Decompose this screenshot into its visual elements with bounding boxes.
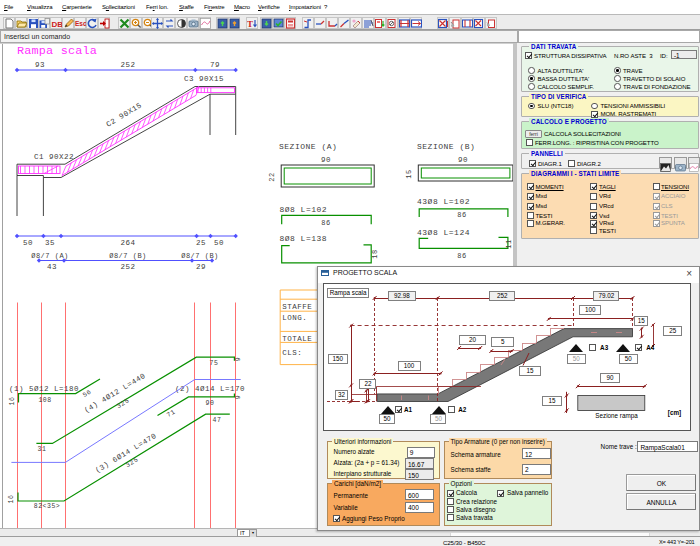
svg-text:SEZIONE (A): SEZIONE (A) [279,142,337,151]
svg-text:50: 50 [214,239,224,247]
svg-text:15: 15 [405,169,413,178]
svg-text:35: 35 [45,239,55,247]
svg-text:16: 16 [8,495,15,504]
svg-text:56: 56 [82,388,93,399]
svg-text:86: 86 [457,252,466,260]
svg-text:C1 90X22: C1 90X22 [34,153,74,161]
svg-text:75: 75 [210,360,219,367]
svg-text:Ø8/7 (A): Ø8/7 (A) [31,252,69,260]
svg-text:264: 264 [120,239,135,247]
svg-text:252: 252 [120,263,135,271]
svg-text:(1) 5Ø12 L=180: (1) 5Ø12 L=180 [9,385,79,393]
svg-text:25: 25 [196,239,206,247]
svg-text:325: 325 [125,456,140,469]
svg-text:C2 90X15: C2 90X15 [105,101,143,128]
svg-text:47: 47 [213,417,222,424]
svg-text:(4) 4Ø12 L=440: (4) 4Ø12 L=440 [83,372,147,415]
svg-text:22: 22 [268,172,276,181]
svg-text:50: 50 [23,239,33,247]
svg-text:TOTALE: TOTALE [282,335,312,343]
svg-text:252: 252 [120,61,135,69]
svg-text:Ø8/7 (B): Ø8/7 (B) [109,252,147,260]
svg-text:CLS:: CLS: [282,349,302,357]
svg-text:108: 108 [38,397,51,404]
svg-text:93: 93 [35,61,45,69]
svg-text:8Ø8 L=138: 8Ø8 L=138 [279,234,327,243]
svg-text:90: 90 [458,156,468,164]
svg-text:Rampa scala: Rampa scala [17,44,97,58]
svg-text:325: 325 [116,397,131,410]
svg-text:C3 90X15: C3 90X15 [184,75,224,83]
svg-text:9: 9 [235,395,242,399]
svg-text:DB: DB [52,20,63,29]
svg-text:43Ø8 L=124: 43Ø8 L=124 [417,228,470,237]
svg-text:STAFFE: STAFFE [282,303,312,311]
svg-text:90: 90 [321,156,331,164]
svg-text:Ø8/7 (B): Ø8/7 (B) [181,252,219,260]
svg-text:Esc: Esc [75,20,86,27]
svg-text:(2) 4Ø14 L=170: (2) 4Ø14 L=170 [175,385,245,393]
svg-text:9: 9 [235,357,242,361]
svg-text:29: 29 [196,263,206,271]
svg-text:43: 43 [47,263,57,271]
svg-text:31: 31 [38,446,47,453]
svg-text:LONG.: LONG. [282,314,307,322]
svg-text:16: 16 [9,397,16,406]
svg-text:T: T [247,19,253,29]
svg-text:86: 86 [457,211,466,219]
svg-text:86: 86 [321,219,330,227]
svg-text:82<35>: 82<35> [34,503,60,510]
svg-text:43Ø8 L=102: 43Ø8 L=102 [417,197,470,206]
svg-text:79: 79 [210,61,220,69]
svg-text:18: 18 [371,249,379,258]
svg-text:90: 90 [206,400,215,407]
svg-text:11: 11 [505,239,513,248]
svg-text:SEZIONE (B): SEZIONE (B) [417,142,475,151]
svg-text:8Ø8 L=102: 8Ø8 L=102 [279,205,327,214]
